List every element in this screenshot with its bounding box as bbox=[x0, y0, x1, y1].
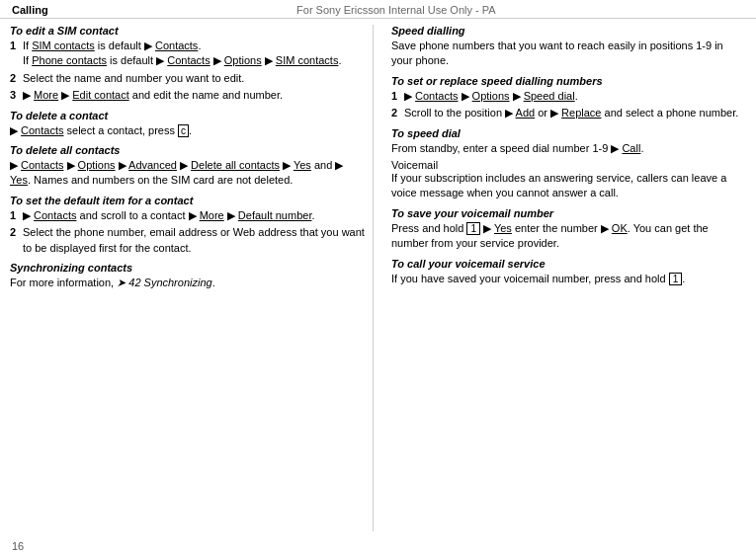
section-to-speed-dial: To speed dial bbox=[391, 127, 746, 139]
section-edit-sim: To edit a SIM contact bbox=[10, 25, 365, 37]
section-default-item: To set the default item for a contact bbox=[10, 195, 365, 206]
edit-sim-step3: 3 ▶ More ▶ Edit contact and edit the nam… bbox=[10, 88, 365, 103]
voicemail-body: If your subscription includes an answeri… bbox=[391, 171, 746, 201]
edit-sim-step1: 1 If SIM contacts is default ▶ Contacts.… bbox=[10, 39, 365, 69]
right-column: Speed dialling Save phone numbers that y… bbox=[383, 25, 746, 531]
section-delete-all: To delete all contacts bbox=[10, 144, 365, 156]
section-sync: Synchronizing contacts bbox=[10, 262, 365, 274]
page-number: 16 bbox=[12, 540, 24, 552]
left-column: To edit a SIM contact 1 If SIM contacts … bbox=[10, 25, 374, 531]
default-item-step2: 2 Select the phone number, email address… bbox=[10, 225, 365, 256]
section-speed-dialling: Speed dialling bbox=[391, 25, 746, 37]
speed-dial-step1: 1 ▶ Contacts ▶ Options ▶ Speed dial. bbox=[391, 89, 746, 104]
section-call-voicemail: To call your voicemail service bbox=[391, 258, 746, 270]
section-save-voicemail: To save your voicemail number bbox=[391, 207, 746, 219]
delete-contact-step: ▶ Contacts select a contact, press c. bbox=[10, 123, 365, 138]
default-item-step1: 1 ▶ Contacts and scroll to a contact ▶ M… bbox=[10, 208, 365, 223]
speed-dial-step2: 2 Scroll to the position ▶ Add or ▶ Repl… bbox=[391, 106, 746, 120]
section-delete-contact: To delete a contact bbox=[10, 110, 365, 121]
header-section-title: Calling bbox=[12, 4, 48, 16]
header: Calling For Sony Ericsson Internal Use O… bbox=[0, 0, 756, 19]
header-center-text: For Sony Ericsson Internal Use Only - PA bbox=[48, 4, 744, 16]
to-speed-dial-body: From standby, enter a speed dial number … bbox=[391, 141, 746, 156]
page-container: Calling For Sony Ericsson Internal Use O… bbox=[0, 0, 756, 555]
save-voicemail-body: Press and hold 1 ▶ Yes enter the number … bbox=[391, 221, 746, 252]
main-content: To edit a SIM contact 1 If SIM contacts … bbox=[0, 19, 756, 537]
speed-dialling-body: Save phone numbers that you want to reac… bbox=[391, 39, 746, 69]
call-voicemail-body: If you have saved your voicemail number,… bbox=[391, 272, 746, 286]
sync-body: For more information, ➤ 42 Synchronizing… bbox=[10, 276, 365, 290]
section-set-speed-dial: To set or replace speed dialling numbers bbox=[391, 75, 746, 87]
delete-all-step: ▶ Contacts ▶ Options ▶ Advanced ▶ Delete… bbox=[10, 158, 365, 189]
footer: 16 bbox=[0, 537, 756, 555]
section-voicemail-heading: Voicemail bbox=[391, 159, 746, 171]
edit-sim-step2: 2 Select the name and number you want to… bbox=[10, 71, 365, 86]
